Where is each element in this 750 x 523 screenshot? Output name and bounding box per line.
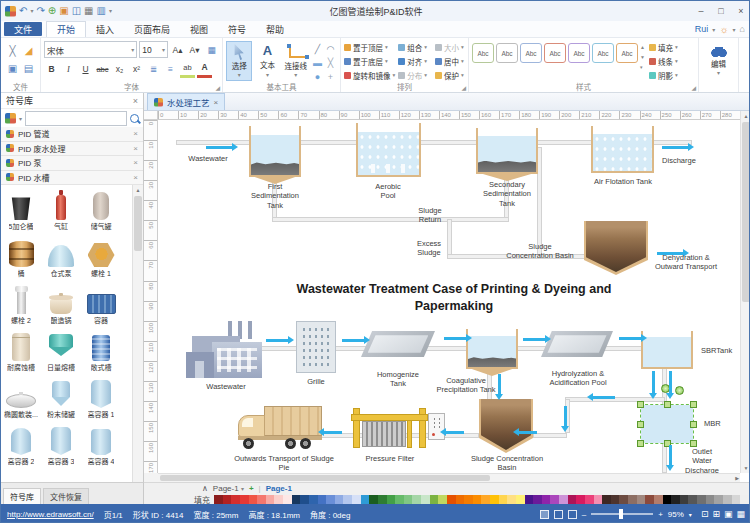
flow-arrow[interactable]: [652, 371, 655, 393]
label-outlet-discharge[interactable]: Outlet Water Discharge: [672, 447, 732, 473]
select-tool-button[interactable]: 选择 ▾: [226, 41, 252, 81]
font-style-button[interactable]: ab: [180, 60, 195, 78]
shape-truck[interactable]: [238, 406, 323, 452]
shape-aerobic-pool[interactable]: [356, 123, 421, 177]
palette-swatch[interactable]: [619, 495, 628, 505]
page-select[interactable]: Page-1 ▾: [213, 484, 244, 493]
scroll-right-icon[interactable]: ▶: [735, 474, 739, 482]
add-page-button[interactable]: +: [249, 484, 254, 493]
grid-icon[interactable]: ▦: [736, 509, 745, 519]
category-close-icon[interactable]: ×: [133, 158, 138, 167]
border-button[interactable]: ▦: [204, 42, 219, 57]
view-normal-icon[interactable]: [540, 510, 549, 519]
flow-arrow[interactable]: [446, 431, 464, 434]
palette-swatch[interactable]: [249, 495, 258, 505]
symbol-item[interactable]: 螺栓 1: [81, 232, 121, 279]
palette-swatch[interactable]: [611, 495, 620, 505]
symbol-item[interactable]: 5加仑桶: [1, 185, 41, 232]
shape-secondary-sedimentation-tank[interactable]: [476, 128, 538, 174]
search-icon[interactable]: [130, 114, 139, 123]
label-aerobic-pool[interactable]: Aerobic Pool: [358, 182, 418, 201]
palette-swatch[interactable]: [723, 495, 732, 505]
palette-swatch[interactable]: [637, 495, 646, 505]
label-pressure-filter[interactable]: Pressure Filter: [350, 454, 430, 463]
palette-swatch[interactable]: [387, 495, 396, 505]
scroll-up-icon[interactable]: ▲: [741, 111, 750, 121]
arrange-button[interactable]: 对齐▾: [398, 55, 432, 67]
font-size-select[interactable]: 10▾: [139, 41, 168, 58]
text-tool-button[interactable]: A 文本 ▾: [254, 41, 280, 81]
palette-swatch[interactable]: [292, 495, 301, 505]
library-icon[interactable]: [5, 113, 16, 124]
menu-tab[interactable]: 符号: [218, 21, 256, 37]
arrange-button[interactable]: 居中▾: [435, 55, 465, 67]
palette-swatch[interactable]: [257, 495, 266, 505]
menu-tab[interactable]: 开始: [46, 21, 86, 37]
grow-font-button[interactable]: A▴: [170, 42, 185, 57]
page-tab[interactable]: Page-1: [266, 484, 292, 493]
palette-swatch[interactable]: [671, 495, 680, 505]
shape-sludge-concentration-basin-2[interactable]: [479, 399, 533, 453]
shape-tool-icon[interactable]: ▬: [313, 59, 322, 68]
label-mbr[interactable]: MBR: [704, 419, 738, 428]
label-outwards-transport[interactable]: Outwards Transport of Sludge Pie: [216, 454, 352, 473]
collapse-pages-icon[interactable]: ∧: [202, 484, 208, 493]
shape-mbr-selected[interactable]: [641, 405, 693, 443]
style-button[interactable]: 阴影▾: [649, 69, 678, 81]
style-swatch[interactable]: Abc: [544, 43, 566, 63]
font-style-button[interactable]: ≣: [146, 62, 161, 77]
label-first-sedimentation[interactable]: First Sedimentation Tank: [232, 182, 318, 210]
flow-arrow[interactable]: [593, 396, 615, 399]
label-sbr-tank[interactable]: SBRTank: [701, 346, 740, 355]
palette-swatch[interactable]: [706, 495, 715, 505]
palette-swatch[interactable]: [456, 495, 465, 505]
symbol-item[interactable]: 高容器 1: [81, 373, 121, 420]
palette-swatch[interactable]: [404, 495, 413, 505]
style-swatch[interactable]: Abc: [568, 43, 590, 63]
palette-swatch[interactable]: [231, 495, 240, 505]
palette-swatch[interactable]: [594, 495, 603, 505]
pipe-sludge-return[interactable]: [272, 217, 509, 222]
palette-swatch[interactable]: [525, 495, 534, 505]
panel-close-icon[interactable]: ×: [133, 96, 138, 106]
symbol-item[interactable]: [1, 467, 41, 482]
palette-swatch[interactable]: [602, 495, 611, 505]
style-swatch[interactable]: Abc: [592, 43, 614, 63]
palette-swatch[interactable]: [300, 495, 309, 505]
vertical-scrollbar[interactable]: ▲ ▼: [740, 111, 750, 473]
font-style-button[interactable]: x₂: [112, 62, 127, 77]
palette-swatch[interactable]: [481, 495, 490, 505]
label-secondary-sedimentation[interactable]: Secondary Sedimentation Tank: [464, 180, 550, 208]
palette-swatch[interactable]: [430, 495, 439, 505]
symbol-item[interactable]: 容器: [81, 279, 121, 326]
palette-swatch[interactable]: [326, 495, 335, 505]
shape-grille[interactable]: [296, 321, 336, 373]
settings-gear-icon[interactable]: ☼: [719, 24, 728, 35]
font-style-button[interactable]: A: [197, 60, 212, 78]
label-hydrolyzation[interactable]: Hydrolyzation & Acidification Pool: [530, 369, 626, 388]
palette-swatch[interactable]: [714, 495, 723, 505]
sidebar-tab[interactable]: 符号库: [3, 488, 41, 504]
style-swatch[interactable]: Abc: [520, 43, 542, 63]
shape-tool-icon[interactable]: ╳: [328, 59, 333, 68]
style-dialog-launcher-icon[interactable]: ◢: [691, 84, 696, 91]
palette-swatch[interactable]: [542, 495, 551, 505]
menu-tab[interactable]: 插入: [86, 21, 124, 37]
palette-swatch[interactable]: [576, 495, 585, 505]
zoom-slider[interactable]: [591, 513, 653, 515]
symbol-item[interactable]: 椭圆散装...: [1, 373, 41, 420]
symbol-item[interactable]: 高容器 3: [41, 420, 81, 467]
shape-homogenize-tank[interactable]: [361, 331, 435, 357]
zoom-out-button[interactable]: –: [582, 510, 586, 519]
symbol-item[interactable]: 仓式泵: [41, 232, 81, 279]
arrange-button[interactable]: 分布▾: [398, 69, 432, 81]
view-pagebreak-icon[interactable]: [554, 510, 563, 519]
font-style-button[interactable]: B: [44, 62, 59, 77]
symbol-item[interactable]: [81, 467, 121, 482]
palette-swatch[interactable]: [559, 495, 568, 505]
document-tab[interactable]: 水处理工艺 ×: [147, 93, 225, 110]
flow-arrow[interactable]: [342, 339, 364, 342]
edit-find-button[interactable]: 编辑 ▾: [704, 41, 734, 79]
palette-swatch[interactable]: [447, 495, 456, 505]
font-dialog-launcher-icon[interactable]: ◢: [215, 84, 220, 91]
